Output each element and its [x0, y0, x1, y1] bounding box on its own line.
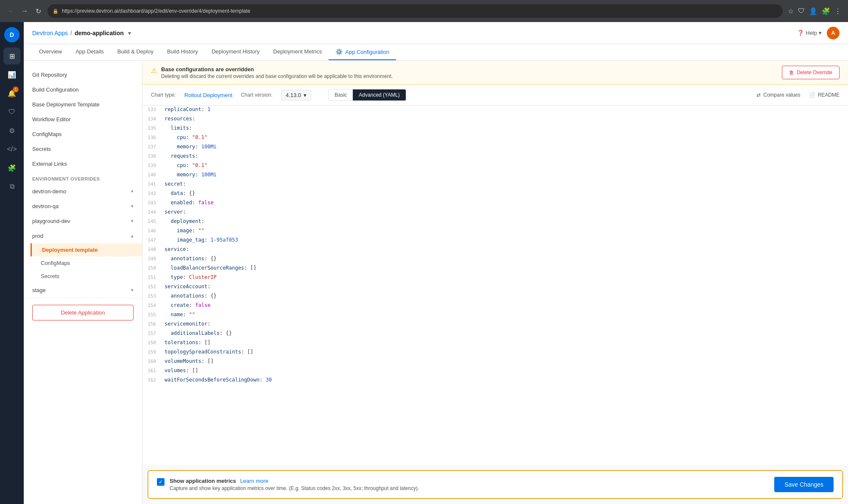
yaml-line-159: 159 topologySpreadConstraints: []	[142, 348, 848, 357]
chevron-down-icon: ▾	[131, 189, 134, 194]
chart-version-value: 4.13.0	[286, 92, 301, 98]
nav-base-deployment[interactable]: Base Deployment Template	[24, 97, 142, 112]
env-devtron-demo-header[interactable]: devtron-demo ▾	[24, 184, 142, 199]
breadcrumb-link[interactable]: Devtron Apps	[32, 30, 68, 36]
yaml-line-155: 155 name: ""	[142, 311, 848, 320]
sidebar-icon-puzzle[interactable]: 🧩	[3, 159, 20, 176]
nav-external-links[interactable]: External Links	[24, 156, 142, 171]
app-config-icon: ⚙️	[335, 48, 343, 55]
tab-app-configuration[interactable]: ⚙️ App Configuration	[329, 44, 396, 60]
devtron-logo[interactable]: D	[4, 27, 20, 42]
breadcrumb-dropdown-icon[interactable]: ▾	[128, 30, 131, 36]
sidebar-icon-bell[interactable]: 🔔 1	[3, 85, 20, 102]
yaml-line-145: 145 deployment:	[142, 217, 848, 227]
address-text: https://preview.devtron.ai/dashboard/app…	[62, 8, 778, 14]
tab-overview[interactable]: Overview	[32, 44, 69, 60]
chart-view-buttons: Basic Advanced (YAML)	[328, 89, 406, 101]
nav-git-repo[interactable]: Git Repository	[24, 67, 142, 82]
override-banner-left: ⚠ Base configurations are overridden Del…	[151, 66, 393, 79]
view-basic-button[interactable]: Basic	[329, 89, 353, 100]
sidebar-icon-security[interactable]: 🛡	[3, 103, 20, 120]
forward-button[interactable]: →	[20, 7, 29, 15]
address-bar[interactable]: 🔒 https://preview.devtron.ai/dashboard/a…	[47, 4, 783, 18]
delete-override-button[interactable]: 🗑 Delete Override	[782, 66, 840, 79]
metrics-title: Show application metrics	[170, 478, 236, 484]
yaml-line-161: 161 volumes: []	[142, 367, 848, 376]
menu-icon[interactable]: ⋮	[834, 7, 841, 15]
app-header: Devtron Apps / demo-application ▾ ❓ Help…	[24, 22, 848, 44]
readme-label: README	[818, 92, 840, 98]
yaml-line-134: 134 resources:	[142, 115, 848, 124]
compare-label: Compare values	[763, 92, 800, 98]
yaml-line-144: 144 server:	[142, 208, 848, 217]
chevron-down-icon: ▾	[131, 287, 134, 293]
chevron-down-icon: ▾	[131, 203, 134, 209]
nav-secrets[interactable]: Secrets	[24, 142, 142, 156]
delete-override-label: Delete Override	[797, 70, 832, 75]
help-chevron-icon: ▾	[819, 30, 822, 36]
metrics-checkbox[interactable]: ✓	[157, 478, 165, 486]
help-circle-icon: ❓	[797, 30, 804, 36]
env-devtron-qa: devtron-qa ▾	[24, 199, 142, 214]
breadcrumb: Devtron Apps / demo-application ▾	[32, 30, 131, 36]
env-devtron-qa-header[interactable]: devtron-qa ▾	[24, 199, 142, 214]
tab-build-history[interactable]: Build History	[160, 44, 205, 60]
env-prod-header[interactable]: prod ▴	[24, 228, 142, 243]
yaml-line-140: 140 memory: 100Mi	[142, 171, 848, 180]
tab-build-deploy[interactable]: Build & Deploy	[111, 44, 160, 60]
yaml-line-150: 150 loadBalancerSourceRanges: []	[142, 264, 848, 273]
nav-build-config[interactable]: Build Configuration	[24, 82, 142, 97]
star-icon[interactable]: ☆	[788, 7, 794, 15]
sidebar-icon-code[interactable]: </>	[3, 141, 20, 158]
override-banner: ⚠ Base configurations are overridden Del…	[142, 61, 848, 85]
tab-deployment-metrics[interactable]: Deployment Metrics	[266, 44, 329, 60]
nav-workflow-editor[interactable]: Workflow Editor	[24, 112, 142, 127]
tab-deployment-history[interactable]: Deployment History	[205, 44, 266, 60]
view-advanced-button[interactable]: Advanced (YAML)	[353, 89, 406, 100]
yaml-line-142: 142 data: {}	[142, 189, 848, 199]
env-playground-dev-header[interactable]: playground-dev ▾	[24, 214, 142, 228]
compare-values-button[interactable]: ⇄ Compare values	[756, 92, 800, 98]
yaml-editor[interactable]: 133 replicaCount: 1 134 resources: 135 l…	[142, 106, 848, 465]
back-button[interactable]: ←	[7, 7, 15, 15]
yaml-line-148: 148 service:	[142, 245, 848, 255]
yaml-line-141: 141 secret:	[142, 180, 848, 189]
yaml-line-137: 137 memory: 100Mi	[142, 143, 848, 152]
yaml-line-153: 153 annotations: {}	[142, 292, 848, 301]
env-prod-configmaps[interactable]: ConfigMaps	[31, 256, 142, 270]
notification-badge: 1	[13, 86, 19, 92]
yaml-line-136: 136 cpu: "0.1"	[142, 134, 848, 143]
app-config-label: App Configuration	[345, 49, 389, 55]
yaml-line-146: 146 image: ""	[142, 227, 848, 236]
yaml-line-160: 160 volumeMounts: []	[142, 357, 848, 367]
sidebar-icon-chart[interactable]: 📊	[3, 66, 20, 83]
help-label: Help	[806, 30, 817, 36]
yaml-line-158: 158 tolerations: []	[142, 339, 848, 348]
yaml-line-133: 133 replicaCount: 1	[142, 106, 848, 115]
shield-icon[interactable]: 🛡	[798, 7, 805, 15]
readme-button[interactable]: 📄 README	[809, 92, 840, 98]
sidebar-icon-apps[interactable]: ⊞	[3, 47, 20, 64]
user-avatar[interactable]: A	[827, 27, 840, 39]
env-prod-deployment-template[interactable]: Deployment template	[31, 243, 142, 256]
tab-app-details[interactable]: App Details	[69, 44, 110, 60]
chart-type-value: Rollout Deployment	[184, 92, 232, 98]
extensions-icon[interactable]: 🧩	[822, 7, 830, 15]
sidebar-icon-settings[interactable]: ⚙	[3, 122, 20, 139]
chart-version-select[interactable]: 4.13.0 ▾	[281, 90, 311, 100]
refresh-button[interactable]: ↻	[34, 7, 42, 15]
doc-icon: 📄	[809, 92, 815, 98]
profile-icon[interactable]: 👤	[809, 7, 817, 15]
chevron-down-icon: ▾	[304, 92, 307, 98]
env-stage-header[interactable]: stage ▾	[24, 283, 142, 298]
yaml-line-147: 147 image_tag: 1-95af053	[142, 236, 848, 245]
env-prod-secrets[interactable]: Secrets	[31, 270, 142, 283]
save-changes-button[interactable]: Save Changes	[774, 477, 834, 492]
delete-application-button[interactable]: Delete Application	[32, 305, 134, 320]
main-content: Devtron Apps / demo-application ▾ ❓ Help…	[24, 22, 848, 504]
compare-icon: ⇄	[756, 92, 761, 98]
nav-configmaps[interactable]: ConfigMaps	[24, 127, 142, 142]
learn-more-link[interactable]: Learn more	[240, 478, 268, 484]
sidebar-icon-layers[interactable]: ⧉	[3, 178, 20, 195]
help-button[interactable]: ❓ Help ▾	[797, 30, 822, 36]
